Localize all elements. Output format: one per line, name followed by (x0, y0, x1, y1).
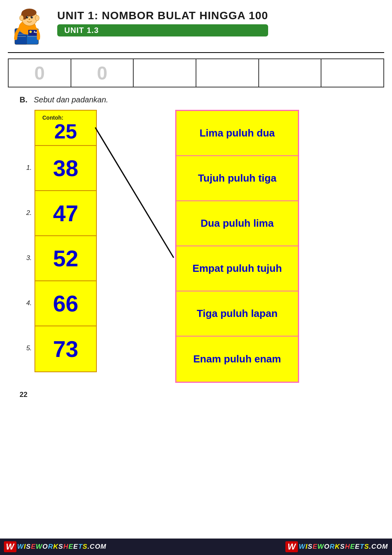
svg-point-15 (32, 16, 33, 17)
word-cell-2: Tujuh puluh tiga (176, 156, 298, 201)
section-instruction: Sebut dan padankan. (34, 95, 108, 104)
number-cell-1: 38 (35, 146, 96, 191)
footer-right: W WISEWORKSHEETS.COM (285, 541, 388, 552)
svg-point-13 (31, 16, 33, 18)
score-cell-3 (134, 59, 196, 87)
footer-w-icon-right: W (285, 541, 298, 552)
footer-left: W WISEWORKSHEETS.COM (4, 541, 107, 552)
row-label-1: 1. (24, 145, 34, 190)
number-value-4: 66 (53, 292, 78, 315)
footer-w-icon-left: W (4, 541, 16, 552)
right-words-column: Lima puluh dua Tujuh puluh tiga Dua pulu… (175, 110, 299, 383)
word-cell-4: Empat puluh tujuh (176, 246, 298, 291)
row-label-5: 5. (24, 326, 34, 371)
number-cell-contoh: Contoh: 25 (35, 111, 96, 146)
header-text-block: UNIT 1: NOMBOR BULAT HINGGA 100 UNIT 1.3 (57, 7, 268, 36)
svg-point-16 (29, 19, 30, 20)
word-value-2: Tujuh puluh tiga (198, 172, 276, 185)
svg-line-23 (95, 127, 174, 258)
svg-point-12 (26, 16, 28, 18)
page-number: 22 (20, 391, 384, 399)
row-label-4: 4. (24, 280, 34, 326)
number-value-1: 38 (53, 157, 78, 180)
row-labels: 1. 2. 3. 4. 5. (24, 145, 34, 371)
number-value-contoh: 25 (54, 121, 77, 142)
number-cell-3: 52 (35, 236, 96, 281)
word-cell-6: Enam puluh enam (176, 337, 298, 382)
number-value-2: 47 (53, 202, 78, 225)
character-illustration (8, 7, 51, 48)
row-label-3: 3. (24, 235, 34, 280)
score-cell-6 (321, 59, 383, 87)
word-value-5: Tiga puluh lapan (197, 307, 278, 320)
word-cell-3: Dua puluh lima (176, 201, 298, 246)
header: UNIT 1: NOMBOR BULAT HINGGA 100 UNIT 1.3 (0, 0, 392, 52)
word-cell-1: Lima puluh dua (176, 111, 298, 156)
left-numbers-column: Contoh: 25 38 47 52 66 73 (34, 110, 97, 372)
word-value-3: Dua puluh lima (201, 217, 274, 230)
number-cell-5: 73 (35, 326, 96, 371)
word-cell-5: Tiga puluh lapan (176, 291, 298, 337)
number-cell-2: 47 (35, 191, 96, 236)
word-value-1: Lima puluh dua (200, 127, 275, 140)
contoh-label: Contoh: (38, 112, 64, 121)
score-row: 0 0 (8, 58, 384, 87)
number-cell-4: 66 (35, 281, 96, 326)
svg-point-17 (20, 15, 24, 21)
footer: W WISEWORKSHEETS.COM W WISEWORKSHEETS.CO… (0, 539, 392, 555)
section-b-label: B.Sebut dan padankan. (20, 95, 384, 104)
word-value-6: Enam puluh enam (193, 353, 281, 366)
word-value-4: Empat puluh tujuh (192, 262, 282, 275)
score-cell-1: 0 (9, 59, 71, 87)
main-title: UNIT 1: NOMBOR BULAT HINGGA 100 (57, 9, 268, 22)
svg-point-14 (27, 16, 28, 17)
matching-activity: 1. 2. 3. 4. 5. Contoh: 25 38 47 52 66 73 (24, 110, 384, 383)
number-value-5: 73 (53, 338, 78, 360)
row-label-2: 2. (24, 190, 34, 235)
svg-point-18 (35, 15, 39, 21)
svg-point-20 (29, 31, 32, 33)
section-letter: B. (20, 95, 27, 104)
unit-badge: UNIT 1.3 (57, 24, 268, 36)
score-cell-5 (259, 59, 322, 87)
score-cell-2: 0 (71, 59, 134, 87)
number-value-3: 52 (53, 247, 78, 270)
score-cell-4 (196, 59, 259, 87)
header-divider (8, 52, 384, 53)
